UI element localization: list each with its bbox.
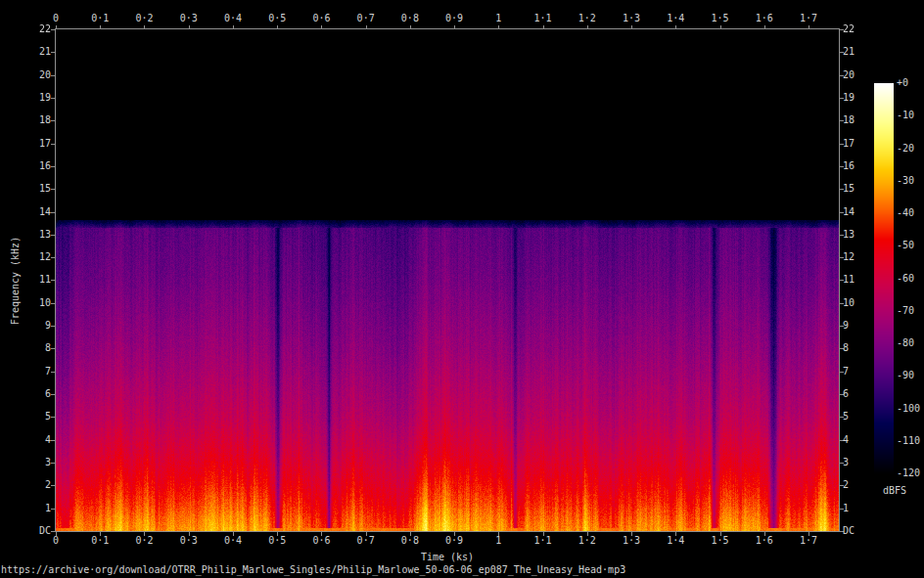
spectrogram-heatmap <box>56 29 839 531</box>
tick-mark <box>233 25 234 29</box>
x-axis-title: Time (ks) <box>421 552 474 563</box>
colorbar-tick-label: -80 <box>897 337 914 349</box>
x-tick-label: 0 <box>53 535 59 547</box>
y-tick-label: 18 <box>843 114 855 126</box>
x-tick-label: 0·6 <box>312 13 330 24</box>
y-tick-label: 21 <box>0 46 51 58</box>
tick-mark <box>51 280 55 281</box>
y-tick-label: 11 <box>0 274 51 286</box>
x-tick-label: 1·1 <box>534 535 552 547</box>
tick-mark <box>56 25 57 29</box>
colorbar-tick-label: -10 <box>897 110 914 121</box>
x-tick-label: 0·5 <box>268 535 286 547</box>
x-tick-label: 0·1 <box>91 13 109 24</box>
tick-mark <box>675 25 676 29</box>
tick-mark <box>51 326 55 327</box>
tick-mark <box>51 394 55 395</box>
colorbar-gradient <box>874 83 894 474</box>
x-tick-label: 0·8 <box>401 13 419 24</box>
y-tick-label: DC <box>843 525 855 537</box>
tick-mark <box>51 98 55 99</box>
y-tick-label: 1 <box>843 503 849 514</box>
y-tick-label: 12 <box>0 251 51 263</box>
tick-mark <box>764 25 765 29</box>
y-tick-label: 19 <box>843 92 855 104</box>
x-tick-label: 0·4 <box>224 535 242 547</box>
y-tick-label: 4 <box>0 434 51 446</box>
y-tick-label: 14 <box>0 206 51 218</box>
y-tick-label: 22 <box>0 23 51 35</box>
x-tick-label: 0·9 <box>445 535 463 547</box>
tick-mark <box>498 25 499 29</box>
y-tick-label: 1 <box>0 503 51 514</box>
x-tick-label: 1·7 <box>800 535 817 547</box>
tick-mark <box>587 25 588 29</box>
x-tick-label: 0·7 <box>357 13 375 24</box>
tick-mark <box>51 144 55 145</box>
tick-mark <box>410 25 411 29</box>
y-tick-label: 15 <box>843 183 855 195</box>
x-tick-label: 0 <box>53 13 59 24</box>
x-tick-label: 0·2 <box>135 13 153 24</box>
colorbar-tick-label: -60 <box>897 273 914 285</box>
x-tick-label: 1·1 <box>534 13 552 24</box>
y-tick-label: 3 <box>843 457 849 468</box>
x-tick-label: 1·5 <box>711 535 728 547</box>
y-tick-label: 10 <box>843 297 855 309</box>
y-tick-label: 16 <box>843 160 855 172</box>
x-tick-label: 1·3 <box>623 535 640 547</box>
tick-mark <box>808 25 809 29</box>
tick-mark <box>51 212 55 213</box>
tick-mark <box>51 29 55 30</box>
x-tick-label: 0·8 <box>401 535 419 547</box>
y-tick-label: 8 <box>0 342 51 354</box>
y-tick-label: 15 <box>0 183 51 195</box>
y-tick-label: 6 <box>0 388 51 400</box>
tick-mark <box>366 25 367 29</box>
y-tick-label: 17 <box>843 138 855 150</box>
colorbar-tick-label: -120 <box>897 467 920 479</box>
tick-mark <box>51 52 55 53</box>
tick-mark <box>51 257 55 258</box>
x-tick-label: 0·4 <box>224 13 242 24</box>
y-tick-label: 7 <box>0 366 51 378</box>
x-tick-label: 1·4 <box>667 13 684 24</box>
y-tick-label: 18 <box>0 114 51 126</box>
tick-mark <box>631 25 632 29</box>
tick-mark <box>100 25 101 29</box>
y-tick-label: 17 <box>0 138 51 150</box>
colorbar-tick-label: +0 <box>897 77 908 89</box>
x-tick-label: 1 <box>495 13 501 24</box>
colorbar-tick-label: -100 <box>897 403 920 415</box>
tick-mark <box>543 25 544 29</box>
y-tick-label: 10 <box>0 297 51 309</box>
y-tick-label: 6 <box>843 388 849 400</box>
y-tick-label: 5 <box>0 411 51 422</box>
y-tick-label: 22 <box>843 23 855 35</box>
x-tick-label: 0·3 <box>180 13 198 24</box>
x-tick-label: 1·2 <box>578 13 596 24</box>
x-tick-label: 1·6 <box>756 535 773 547</box>
tick-mark <box>51 509 55 510</box>
tick-mark <box>51 531 55 532</box>
x-tick-label: 0·2 <box>135 535 153 547</box>
x-tick-label: 0·9 <box>445 13 463 24</box>
tick-mark <box>51 166 55 167</box>
y-tick-label: 3 <box>0 457 51 468</box>
x-tick-label: 0·5 <box>268 13 286 24</box>
tick-mark <box>321 25 322 29</box>
y-axis-title: Frequency (kHz) <box>10 237 22 325</box>
tick-mark <box>51 189 55 190</box>
y-tick-label: 5 <box>843 411 849 422</box>
y-tick-label: 9 <box>0 320 51 332</box>
y-tick-label: 11 <box>843 274 855 286</box>
tick-mark <box>51 372 55 373</box>
x-tick-label: 0·3 <box>180 535 198 547</box>
y-tick-label: 20 <box>0 69 51 81</box>
y-tick-label: 2 <box>0 479 51 491</box>
tick-mark <box>51 348 55 349</box>
y-tick-label: DC <box>0 525 51 537</box>
spectrogram-figure: 000·10·10·20·20·30·30·40·40·50·50·60·60·… <box>0 0 924 578</box>
y-tick-label: 8 <box>843 342 849 354</box>
x-tick-label: 1·4 <box>667 535 684 547</box>
